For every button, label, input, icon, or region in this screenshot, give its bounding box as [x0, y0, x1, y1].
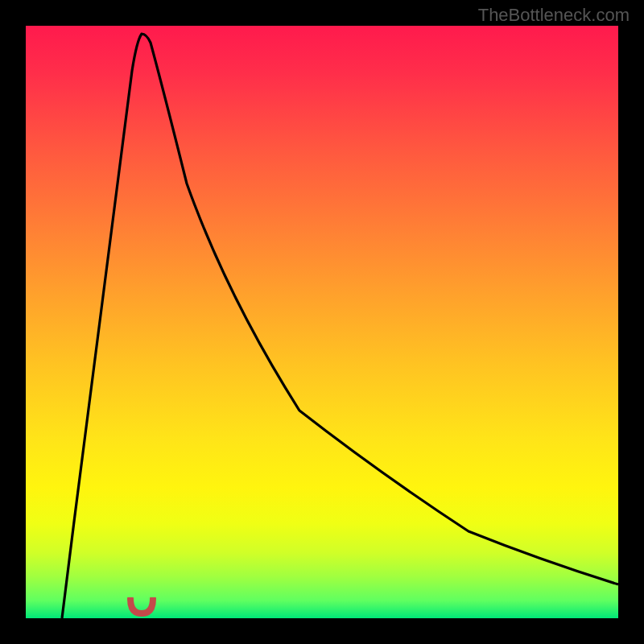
curve-layer: [26, 26, 618, 618]
marker-u-shape: [130, 599, 153, 613]
bottleneck-marker: [127, 597, 156, 617]
watermark-text: TheBottleneck.com: [478, 5, 630, 26]
plot-area: [26, 26, 618, 618]
bottleneck-curve: [62, 34, 618, 618]
